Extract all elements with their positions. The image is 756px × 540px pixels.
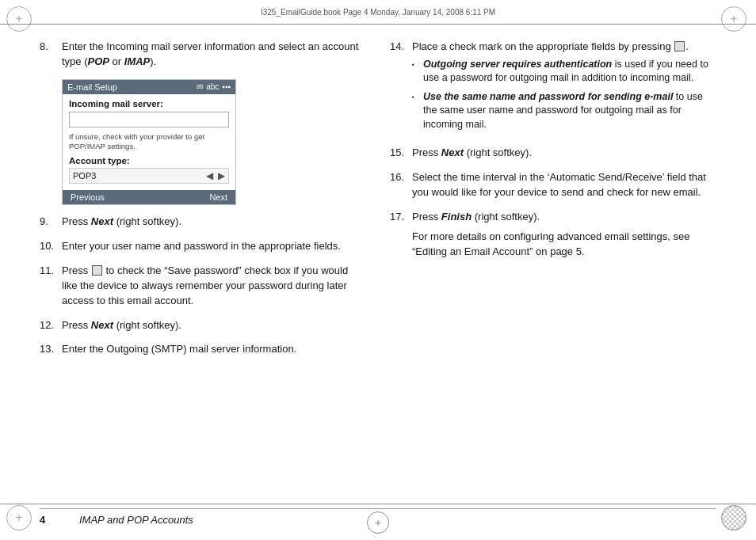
step-11: 11. Press to check the “Save password” c…: [40, 264, 366, 309]
footer-next: Next: [209, 192, 227, 202]
sub-bullets: ▪ Outgoing server requires authenticatio…: [412, 58, 716, 132]
step-15-content: Press Next (right softkey).: [412, 146, 716, 161]
step-17-finish: Finish: [441, 211, 472, 222]
step-9-number: 9.: [40, 215, 62, 230]
arrow-right: ▶: [218, 170, 225, 181]
content-area: 8. Enter the Incoming mail server inform…: [40, 32, 716, 500]
step-9-content: Press Next (right softkey).: [62, 215, 366, 230]
corner-circle-br: [721, 505, 746, 530]
corner-mark-bl: [6, 505, 35, 534]
step-9-next: Next: [91, 215, 113, 227]
step-11-press: Press: [62, 264, 91, 276]
step-17-press: Press: [412, 211, 441, 222]
step-12-next: Next: [91, 319, 113, 331]
right-column: 14. Place a check mark on the appropriat…: [390, 32, 716, 500]
corner-circle-bl: [6, 505, 32, 530]
top-rule: [0, 24, 756, 25]
email-setup-footer: Previous Next: [63, 190, 235, 204]
step-9: 9. Press Next (right softkey).: [40, 215, 366, 230]
step-12-number: 12.: [40, 318, 62, 333]
step-16: 16. Select the time interval in the ‘Aut…: [390, 170, 716, 200]
bullet-1-text: Outgoing server requires authentication …: [423, 58, 716, 86]
email-setup-icons: ✉ abc ▪▪▪: [197, 82, 231, 91]
step-17-content: Press Finish (right softkey). For more d…: [412, 210, 716, 260]
corner-mark-tr: [721, 6, 750, 35]
incoming-input: [69, 112, 229, 127]
footer-previous: Previous: [71, 192, 105, 202]
step-14-content: Place a check mark on the appropriate fi…: [412, 40, 716, 136]
corner-circle-tr: [721, 6, 746, 32]
email-setup-title: E-mail Setup: [67, 82, 117, 92]
arrow-left: ◀: [206, 170, 213, 181]
step-17-number: 17.: [390, 210, 412, 260]
step-13: 13. Enter the Outgoing (SMTP) mail serve…: [40, 342, 366, 357]
abc-label: abc: [206, 82, 219, 91]
account-type-row: POP3 ◀ ▶: [69, 168, 229, 184]
step-10-number: 10.: [40, 239, 62, 254]
corner-mark-tl: [6, 6, 35, 35]
header-text: I325_EmailGuide.book Page 4 Monday, Janu…: [261, 8, 495, 17]
step-12-content: Press Next (right softkey).: [62, 318, 366, 333]
step-8-text-after: ).: [150, 55, 156, 67]
step-10: 10. Enter your user name and password in…: [40, 239, 366, 254]
bullet-2-dot: ▪: [412, 90, 423, 132]
bottom-rule: [0, 504, 756, 504]
step-8-pop: POP: [88, 55, 109, 67]
step-15-press: Press: [412, 146, 441, 158]
bullet-1-dot: ▪: [412, 58, 423, 86]
step-11-after: to check the “Save password” check box i…: [62, 264, 348, 306]
step-8-or: or: [109, 55, 124, 67]
step-17-note-text: For more details on configuring advanced…: [412, 230, 689, 257]
step-12: 12. Press Next (right softkey).: [40, 318, 366, 333]
step-15-after: (right softkey).: [464, 146, 532, 158]
step-14-number: 14.: [390, 40, 412, 136]
hint-text: If unsure, check with your provider to g…: [69, 132, 229, 152]
checkbox-icon: [92, 265, 102, 276]
email-setup-titlebar: E-mail Setup ✉ abc ▪▪▪: [63, 80, 235, 94]
step-16-content: Select the time interval in the ‘Automat…: [412, 170, 716, 200]
step-17-after: (right softkey).: [472, 211, 540, 222]
step-8: 8. Enter the Incoming mail server inform…: [40, 40, 366, 70]
step-8-number: 8.: [40, 40, 62, 70]
bullet-2-bold: Use the same name and password for sendi…: [423, 91, 673, 102]
center-bottom-mark: [367, 511, 389, 534]
bullet-1-bold: Outgoing server requires authentication: [423, 59, 612, 70]
footer-title: IMAP and POP Accounts: [79, 514, 193, 526]
step-12-after: (right softkey).: [113, 319, 181, 331]
step-13-number: 13.: [40, 342, 62, 357]
step-14: 14. Place a check mark on the appropriat…: [390, 40, 716, 136]
email-setup-body: Incoming mail server: If unsure, check w…: [63, 94, 235, 191]
step-17: 17. Press Finish (right softkey). For mo…: [390, 210, 716, 260]
step-9-after: (right softkey).: [113, 215, 181, 227]
email-setup-mockup: E-mail Setup ✉ abc ▪▪▪ Incoming mail ser…: [62, 79, 236, 206]
corner-mark-br: [721, 505, 750, 534]
checkbox-icon-14: [674, 41, 685, 51]
account-arrows: ◀ ▶: [206, 170, 225, 181]
step-11-content: Press to check the “Save password” check…: [62, 264, 366, 309]
step-8-imap: IMAP: [124, 55, 151, 67]
email-icon: ✉: [197, 82, 203, 91]
step-13-content: Enter the Outgoing (SMTP) mail server in…: [62, 342, 366, 357]
step-17-note: For more details on configuring advanced…: [412, 230, 716, 260]
step-12-press: Press: [62, 319, 91, 331]
corner-circle-tl: [6, 6, 32, 32]
center-circle: [367, 511, 389, 534]
step-8-content: Enter the Incoming mail server informati…: [62, 40, 366, 70]
step-15-next: Next: [441, 146, 464, 158]
left-column: 8. Enter the Incoming mail server inform…: [40, 32, 366, 500]
step-15-number: 15.: [390, 146, 412, 161]
bullet-2-text: Use the same name and password for sendi…: [423, 90, 716, 132]
step-11-number: 11.: [40, 264, 62, 309]
signal-bars: ▪▪▪: [222, 82, 231, 91]
account-value: POP3: [73, 171, 96, 181]
bullet-2: ▪ Use the same name and password for sen…: [412, 90, 716, 132]
step-14-before: Place a check mark on the appropriate fi…: [412, 40, 674, 52]
step-9-press: Press: [62, 215, 91, 227]
bullet-1: ▪ Outgoing server requires authenticatio…: [412, 58, 716, 86]
step-16-number: 16.: [390, 170, 412, 200]
step-10-content: Enter your user name and password in the…: [62, 239, 366, 254]
step-14-after: .: [685, 40, 689, 52]
account-type-label: Account type:: [69, 156, 229, 165]
step-15: 15. Press Next (right softkey).: [390, 146, 716, 161]
incoming-label: Incoming mail server:: [69, 99, 229, 108]
